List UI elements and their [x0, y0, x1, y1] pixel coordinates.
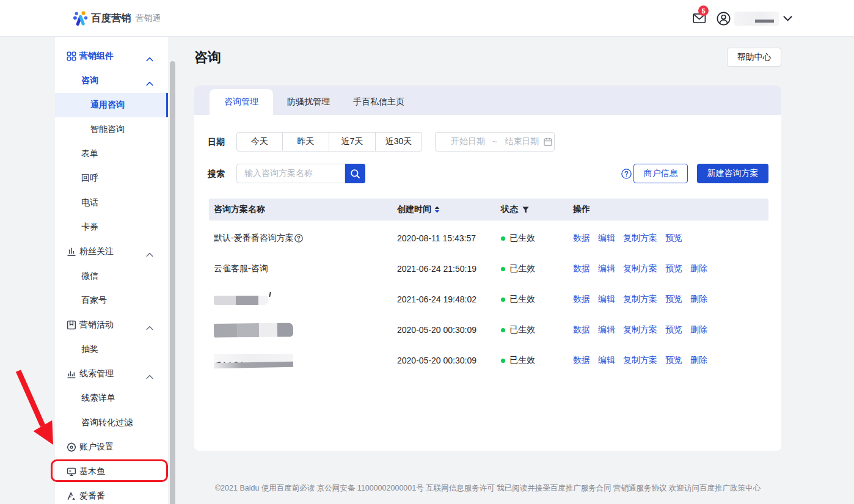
tab-2[interactable]: 手百私信主页 — [353, 86, 404, 115]
date-preset-3[interactable]: 近30天 — [376, 132, 422, 152]
date-range-picker[interactable]: 开始日期 ~ 结束日期 — [435, 132, 555, 152]
action-link-delete[interactable]: 删除 — [690, 263, 707, 274]
action-link-data[interactable]: 数据 — [573, 324, 590, 335]
table-row-0: 默认-爱番番咨询方案2020-08-11 15:43:57已生效数据编辑复制方案… — [209, 223, 768, 254]
status-text: 已生效 — [509, 233, 535, 244]
sidebar-item-6[interactable]: 电话 — [55, 191, 168, 215]
action-link-copy[interactable]: 复制方案 — [623, 294, 657, 305]
action-link-copy[interactable]: 复制方案 — [623, 355, 657, 366]
action-link-edit[interactable]: 编辑 — [598, 294, 615, 305]
sidebar-item-10[interactable]: 百家号 — [55, 288, 168, 313]
sidebar-item-2[interactable]: 通用咨询 — [55, 93, 168, 117]
tab-0[interactable]: 咨询管理 — [210, 89, 273, 115]
action-link-preview[interactable]: 预览 — [665, 263, 682, 274]
action-link-preview[interactable]: 预览 — [665, 294, 682, 305]
username-redacted[interactable] — [734, 12, 779, 26]
column-header-status[interactable]: 状态 — [501, 199, 529, 221]
sidebar-item-label: 基木鱼 — [79, 466, 105, 477]
sidebar-item-5[interactable]: 回呼 — [55, 166, 168, 191]
action-link-delete[interactable]: 删除 — [690, 355, 707, 366]
action-link-edit[interactable]: 编辑 — [598, 263, 615, 274]
sidebar-item-17[interactable]: 基木鱼 — [55, 459, 168, 484]
tab-1[interactable]: 防骚扰管理 — [287, 86, 330, 115]
calendar-icon — [544, 137, 552, 146]
sidebar-item-8[interactable]: 粉丝关注 — [55, 239, 168, 264]
action-link-copy[interactable]: 复制方案 — [623, 233, 657, 244]
search-button[interactable] — [345, 164, 365, 183]
sidebar-item-9[interactable]: 微信 — [55, 264, 168, 288]
sidebar-item-label: 营销活动 — [79, 320, 114, 331]
action-link-preview[interactable]: 预览 — [665, 324, 682, 335]
sort-icon[interactable] — [434, 206, 440, 213]
search-icon — [350, 169, 360, 179]
help-tip-icon[interactable] — [621, 169, 632, 179]
action-link-delete[interactable]: 删除 — [690, 294, 707, 305]
brand-name: 百度营销 — [91, 12, 131, 25]
chevron-up-icon[interactable] — [146, 78, 153, 83]
action-link-data[interactable]: 数据 — [573, 355, 590, 366]
sidebar-item-3[interactable]: 智能咨询 — [55, 117, 168, 142]
action-link-delete[interactable]: 删除 — [690, 324, 707, 335]
merchant-info-button[interactable]: 商户信息 — [633, 164, 688, 183]
sidebar-item-16[interactable]: 账户设置 — [55, 435, 168, 459]
date-preset-1[interactable]: 昨天 — [283, 132, 329, 152]
chevron-down-icon[interactable] — [783, 16, 792, 21]
bars-icon — [67, 247, 76, 257]
user-avatar-icon[interactable] — [717, 12, 731, 26]
sidebar-item-15[interactable]: 咨询转化过滤 — [55, 411, 168, 435]
search-input[interactable]: 输入咨询方案名称 — [236, 164, 345, 183]
action-link-preview[interactable]: 预览 — [665, 355, 682, 366]
sidebar-item-0[interactable]: 营销组件 — [55, 44, 168, 68]
date-preset-2[interactable]: 近7天 — [329, 132, 376, 152]
action-link-data[interactable]: 数据 — [573, 294, 590, 305]
sidebar-item-14[interactable]: 线索详单 — [55, 386, 168, 411]
table-row-3: 2020-05-20 00:30:09已生效数据编辑复制方案预览删除 — [209, 315, 768, 345]
action-link-preview[interactable]: 预览 — [665, 233, 682, 244]
column-header-name: 咨询方案名称 — [214, 199, 265, 221]
status-text: 已生效 — [509, 324, 535, 335]
sidebar-item-label: 线索管理 — [79, 368, 114, 379]
sidebar-item-label: 线索详单 — [81, 393, 115, 404]
column-header-actions: 操作 — [573, 199, 590, 221]
action-link-copy[interactable]: 复制方案 — [623, 263, 657, 274]
sidebar-item-7[interactable]: 卡券 — [55, 215, 168, 239]
brand-logo: 百度营销 营销通 — [73, 0, 161, 37]
filter-funnel-icon[interactable] — [522, 206, 529, 213]
content-card: 咨询管理防骚扰管理手百私信主页 日期 今天昨天近7天近30天 开始日期 ~ 结束… — [194, 86, 781, 451]
chevron-up-icon[interactable] — [146, 323, 153, 327]
messages-button[interactable]: 5 — [692, 11, 707, 26]
status-dot — [501, 236, 505, 241]
chevron-up-icon[interactable] — [146, 371, 153, 376]
sidebar-item-13[interactable]: 线索管理 — [55, 362, 168, 386]
date-preset-0[interactable]: 今天 — [236, 132, 283, 152]
sidebar-item-18[interactable]: 爱番番 — [55, 484, 168, 504]
status-text: 已生效 — [509, 263, 535, 274]
action-link-copy[interactable]: 复制方案 — [623, 324, 657, 335]
action-link-edit[interactable]: 编辑 — [598, 355, 615, 366]
column-header-created[interactable]: 创建时间 — [397, 199, 440, 221]
grid-icon — [67, 51, 76, 61]
sidebar-item-11[interactable]: 营销活动 — [55, 313, 168, 337]
sidebar-item-1[interactable]: 咨询 — [55, 68, 168, 93]
status-dot — [501, 359, 505, 363]
created-time: 2021-06-24 19:48:02 — [397, 284, 476, 315]
question-circle-icon[interactable] — [294, 234, 303, 243]
chart-icon — [67, 369, 76, 379]
action-link-edit[interactable]: 编辑 — [598, 233, 615, 244]
create-plan-button[interactable]: 新建咨询方案 — [697, 164, 768, 183]
help-center-button[interactable]: 帮助中心 — [727, 48, 781, 67]
bookmark-icon — [67, 320, 76, 330]
action-link-data[interactable]: 数据 — [573, 263, 590, 274]
sidebar-scrollbar-thumb[interactable] — [170, 61, 175, 504]
sidebar-item-4[interactable]: 表单 — [55, 142, 168, 166]
date-start-placeholder: 开始日期 — [451, 136, 485, 147]
page-title: 咨询 — [194, 48, 221, 67]
created-time: 2020-05-20 00:30:09 — [397, 345, 476, 376]
action-link-edit[interactable]: 编辑 — [598, 324, 615, 335]
sidebar-item-12[interactable]: 抽奖 — [55, 337, 168, 362]
chevron-up-icon[interactable] — [146, 249, 153, 254]
sidebar-item-label: 表单 — [81, 148, 98, 159]
action-link-data[interactable]: 数据 — [573, 233, 590, 244]
sidebar-item-label: 营销组件 — [79, 51, 114, 62]
chevron-up-icon[interactable] — [146, 54, 153, 59]
